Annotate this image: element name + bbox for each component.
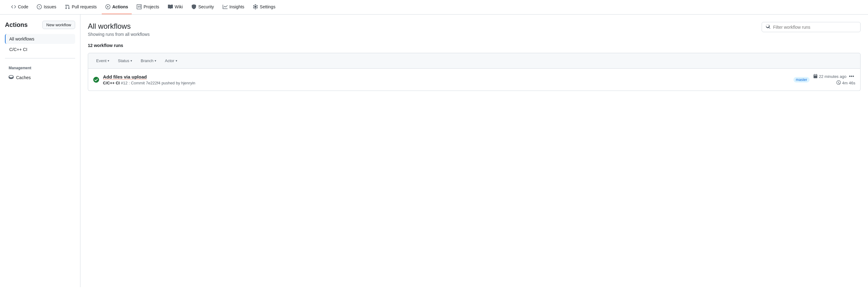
run-title[interactable]: Add files via upload <box>103 74 786 79</box>
nav-item-settings[interactable]: Settings <box>249 0 279 14</box>
filter-event-label: Event <box>96 58 106 63</box>
settings-icon <box>253 4 258 9</box>
run-workflow-name: C/C++ CI <box>103 81 120 85</box>
nav-item-actions[interactable]: Actions <box>102 0 132 14</box>
nav-item-issues[interactable]: Issues <box>33 0 60 14</box>
filter-status-button[interactable]: Status ▾ <box>115 57 135 65</box>
chevron-down-icon: ▾ <box>176 59 177 62</box>
search-box[interactable] <box>762 22 861 32</box>
chevron-down-icon: ▾ <box>107 59 109 62</box>
caches-icon <box>9 74 13 81</box>
nav-label-security: Security <box>198 4 214 9</box>
run-duration: 4m 46s <box>836 81 855 86</box>
run-info: Add files via upload C/C++ CI #12 : Comm… <box>103 74 786 85</box>
nav-label-code: Code <box>18 4 28 9</box>
chevron-down-icon: ▾ <box>130 59 132 62</box>
sidebar-item-cpp-ci[interactable]: C/C++ CI <box>5 44 75 55</box>
security-icon <box>191 4 196 9</box>
content-header: All workflows Showing runs from all work… <box>88 22 861 37</box>
branch-badge[interactable]: master <box>794 77 810 83</box>
nav-item-projects[interactable]: Projects <box>133 0 163 14</box>
search-input[interactable] <box>773 25 857 30</box>
workflow-count: 12 workflow runs <box>88 43 861 48</box>
filter-bar: Event ▾ Status ▾ Branch ▾ Actor ▾ <box>88 53 861 69</box>
sidebar-label-all-workflows: All workflows <box>9 36 34 41</box>
insights-icon <box>223 4 227 9</box>
workflow-runs-list: Add files via upload C/C++ CI #12 : Comm… <box>88 69 861 91</box>
clock-icon <box>836 81 841 86</box>
nav-item-insights[interactable]: Insights <box>219 0 248 14</box>
run-duration-label: 4m 46s <box>842 81 855 85</box>
run-pushed: pushed by <box>161 81 181 85</box>
filter-branch-button[interactable]: Branch ▾ <box>137 57 159 65</box>
run-meta: C/C++ CI #12 : Commit 7e222f4 pushed by … <box>103 81 786 85</box>
run-number: #12 <box>121 81 128 85</box>
run-timing: 22 minutes ago ••• 4m 46s <box>813 73 855 86</box>
top-nav: Code Issues Pull requests Actions Projec… <box>0 0 868 14</box>
nav-item-wiki[interactable]: Wiki <box>164 0 186 14</box>
sidebar-item-caches[interactable]: Caches <box>5 72 75 83</box>
filter-status-label: Status <box>118 58 129 63</box>
wiki-icon <box>168 4 173 9</box>
new-workflow-button[interactable]: New workflow <box>42 21 75 29</box>
pr-icon <box>65 4 70 9</box>
page-subtitle: Showing runs from all workflows <box>88 32 150 37</box>
nav-label-projects: Projects <box>144 4 159 9</box>
nav-label-actions: Actions <box>112 4 128 9</box>
svg-point-0 <box>93 77 99 83</box>
nav-label-issues: Issues <box>43 4 56 9</box>
sidebar-label-cpp-ci: C/C++ CI <box>9 47 27 52</box>
sidebar-label-caches: Caches <box>16 75 31 80</box>
run-commit: Commit 7e222f4 <box>131 81 160 85</box>
filter-event-button[interactable]: Event ▾ <box>93 57 112 65</box>
actions-icon <box>105 4 111 9</box>
nav-label-wiki: Wiki <box>175 4 183 9</box>
sidebar-title: Actions <box>5 21 28 28</box>
chevron-down-icon: ▾ <box>155 59 156 62</box>
status-success-icon <box>93 77 99 83</box>
nav-item-code[interactable]: Code <box>7 0 32 14</box>
nav-label-pr: Pull requests <box>72 4 97 9</box>
search-icon <box>766 24 771 30</box>
main-content: All workflows Showing runs from all work… <box>81 14 868 287</box>
nav-item-pull-requests[interactable]: Pull requests <box>61 0 100 14</box>
page-title: All workflows <box>88 22 150 31</box>
main-layout: Actions New workflow All workflows C/C++… <box>0 14 868 287</box>
nav-item-security[interactable]: Security <box>188 0 218 14</box>
filter-actor-label: Actor <box>165 58 174 63</box>
nav-label-settings: Settings <box>260 4 276 9</box>
calendar-icon <box>813 74 817 79</box>
run-actor: hjenryin <box>181 81 195 85</box>
sidebar-item-all-workflows[interactable]: All workflows <box>5 34 75 44</box>
code-icon <box>11 4 16 9</box>
sidebar: Actions New workflow All workflows C/C++… <box>0 14 81 287</box>
sidebar-section-management: Management <box>5 62 75 72</box>
sidebar-header: Actions New workflow <box>5 21 75 29</box>
filter-actor-button[interactable]: Actor ▾ <box>162 57 180 65</box>
run-more-button[interactable]: ••• <box>847 73 855 79</box>
projects-icon <box>137 4 142 9</box>
run-time-ago-label: 22 minutes ago <box>819 74 846 79</box>
issues-icon <box>37 4 42 9</box>
content-title-area: All workflows Showing runs from all work… <box>88 22 150 37</box>
table-row: Add files via upload C/C++ CI #12 : Comm… <box>88 69 860 91</box>
nav-label-insights: Insights <box>229 4 244 9</box>
run-time-ago: 22 minutes ago ••• <box>813 73 855 79</box>
filter-branch-label: Branch <box>141 58 153 63</box>
